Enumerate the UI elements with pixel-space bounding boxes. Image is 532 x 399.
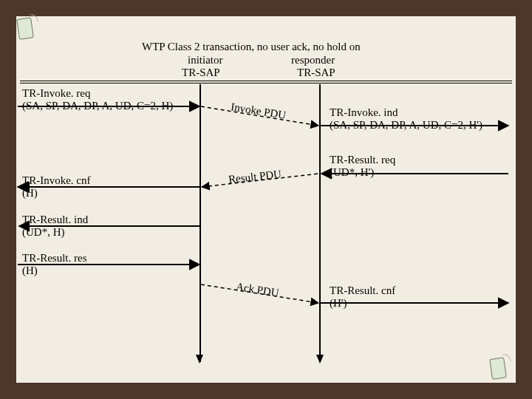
- arrows-layer: [16, 16, 532, 399]
- svg-marker-16: [196, 355, 203, 364]
- svg-marker-17: [316, 355, 324, 364]
- sequence-diagram: WTP Class 2 transaction, no user ack, no…: [0, 0, 532, 399]
